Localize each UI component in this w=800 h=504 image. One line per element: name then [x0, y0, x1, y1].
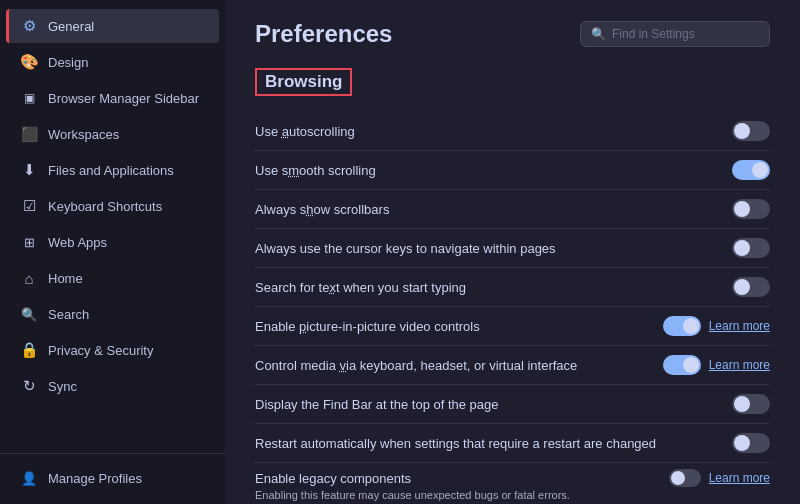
media-keyboard-learn-more[interactable]: Learn more — [709, 358, 770, 372]
find-in-settings-input[interactable] — [612, 27, 759, 41]
auto-restart-toggle[interactable] — [732, 433, 770, 453]
sidebar-label-files: Files and Applications — [48, 163, 174, 178]
find-bar-right — [732, 394, 770, 414]
sidebar-item-workspaces[interactable]: ⬛ Workspaces — [6, 117, 219, 151]
cursor-keys-label: Always use the cursor keys to navigate w… — [255, 241, 732, 256]
media-keyboard-label: Control media via keyboard, headset, or … — [255, 358, 663, 373]
sync-icon: ↻ — [20, 377, 38, 395]
media-keyboard-toggle[interactable] — [663, 355, 701, 375]
sidebar-item-browser-manager-sidebar[interactable]: ▣ Browser Manager Sidebar — [6, 81, 219, 115]
sidebar-label-privacy: Privacy & Security — [48, 343, 153, 358]
search-typing-toggle[interactable] — [732, 277, 770, 297]
setting-cursor-keys: Always use the cursor keys to navigate w… — [255, 229, 770, 268]
sidebar-item-web-apps[interactable]: ⊞ Web Apps — [6, 225, 219, 259]
legacy-components-label: Enable legacy components — [255, 471, 661, 486]
search-typing-label: Search for text when you start typing — [255, 280, 732, 295]
setting-smooth-scrolling: Use smooth scrolling — [255, 151, 770, 190]
lock-icon: 🔒 — [20, 341, 38, 359]
sidebar-item-general[interactable]: ⚙ General — [6, 9, 219, 43]
setting-show-scrollbars: Always show scrollbars — [255, 190, 770, 229]
design-icon: 🎨 — [20, 53, 38, 71]
media-keyboard-right: Learn more — [663, 355, 770, 375]
sidebar-label-general: General — [48, 19, 94, 34]
sidebar-label-browser-manager: Browser Manager Sidebar — [48, 91, 199, 106]
search-icon: 🔍 — [20, 305, 38, 323]
sidebar-bottom: 👤 Manage Profiles — [0, 453, 225, 496]
sidebar-item-home[interactable]: ⌂ Home — [6, 261, 219, 295]
profile-icon: 👤 — [20, 469, 38, 487]
sidebar-icon: ▣ — [20, 89, 38, 107]
find-bar-label: Display the Find Bar at the top of the p… — [255, 397, 732, 412]
setting-auto-restart: Restart automatically when settings that… — [255, 424, 770, 463]
smooth-scrolling-right — [732, 160, 770, 180]
page-title: Preferences — [255, 20, 392, 48]
pip-right: Learn more — [663, 316, 770, 336]
setting-legacy-components: Enable legacy components Learn more Enab… — [255, 463, 770, 504]
show-scrollbars-label: Always show scrollbars — [255, 202, 732, 217]
settings-list: Use autoscrolling Use smooth scrolling A… — [255, 112, 770, 504]
main-header: Preferences 🔍 — [255, 20, 770, 48]
sidebar-item-privacy-security[interactable]: 🔒 Privacy & Security — [6, 333, 219, 367]
pip-toggle[interactable] — [663, 316, 701, 336]
legacy-components-row: Enable legacy components Learn more — [255, 469, 770, 487]
sidebar-label-home: Home — [48, 271, 83, 286]
home-icon: ⌂ — [20, 269, 38, 287]
web-apps-icon: ⊞ — [20, 233, 38, 251]
legacy-components-toggle[interactable] — [669, 469, 701, 487]
auto-restart-right — [732, 433, 770, 453]
sidebar-label-design: Design — [48, 55, 88, 70]
find-search-icon: 🔍 — [591, 27, 606, 41]
sidebar-item-search[interactable]: 🔍 Search — [6, 297, 219, 331]
find-in-settings-box[interactable]: 🔍 — [580, 21, 770, 47]
setting-media-keyboard: Control media via keyboard, headset, or … — [255, 346, 770, 385]
download-icon: ⬇ — [20, 161, 38, 179]
setting-search-typing: Search for text when you start typing — [255, 268, 770, 307]
sidebar-item-design[interactable]: 🎨 Design — [6, 45, 219, 79]
workspaces-icon: ⬛ — [20, 125, 38, 143]
legacy-warning-text: Enabling this feature may cause unexpect… — [255, 487, 770, 504]
setting-find-bar: Display the Find Bar at the top of the p… — [255, 385, 770, 424]
sidebar-label-sync: Sync — [48, 379, 77, 394]
autoscrolling-toggle[interactable] — [732, 121, 770, 141]
sidebar-item-manage-profiles[interactable]: 👤 Manage Profiles — [6, 461, 219, 495]
setting-pip: Enable picture-in-picture video controls… — [255, 307, 770, 346]
cursor-keys-toggle[interactable] — [732, 238, 770, 258]
smooth-scrolling-toggle[interactable] — [732, 160, 770, 180]
search-typing-right — [732, 277, 770, 297]
sidebar-label-web-apps: Web Apps — [48, 235, 107, 250]
auto-restart-label: Restart automatically when settings that… — [255, 436, 732, 451]
legacy-learn-more[interactable]: Learn more — [709, 471, 770, 485]
gear-icon: ⚙ — [20, 17, 38, 35]
cursor-keys-right — [732, 238, 770, 258]
main-content: Preferences 🔍 Browsing Use autoscrolling… — [225, 0, 800, 504]
sidebar: ⚙ General 🎨 Design ▣ Browser Manager Sid… — [0, 0, 225, 504]
section-header-browsing: Browsing — [255, 68, 352, 96]
find-bar-toggle[interactable] — [732, 394, 770, 414]
smooth-scrolling-label: Use smooth scrolling — [255, 163, 732, 178]
show-scrollbars-toggle[interactable] — [732, 199, 770, 219]
sidebar-label-search: Search — [48, 307, 89, 322]
sidebar-item-sync[interactable]: ↻ Sync — [6, 369, 219, 403]
sidebar-item-files-applications[interactable]: ⬇ Files and Applications — [6, 153, 219, 187]
sidebar-item-keyboard-shortcuts[interactable]: ☑ Keyboard Shortcuts — [6, 189, 219, 223]
sidebar-label-manage-profiles: Manage Profiles — [48, 471, 142, 486]
pip-label: Enable picture-in-picture video controls — [255, 319, 663, 334]
sidebar-label-workspaces: Workspaces — [48, 127, 119, 142]
autoscrolling-label: Use autoscrolling — [255, 124, 732, 139]
section-title: Browsing — [265, 72, 342, 91]
setting-autoscrolling: Use autoscrolling — [255, 112, 770, 151]
sidebar-label-keyboard: Keyboard Shortcuts — [48, 199, 162, 214]
pip-learn-more[interactable]: Learn more — [709, 319, 770, 333]
keyboard-icon: ☑ — [20, 197, 38, 215]
show-scrollbars-right — [732, 199, 770, 219]
autoscrolling-right — [732, 121, 770, 141]
